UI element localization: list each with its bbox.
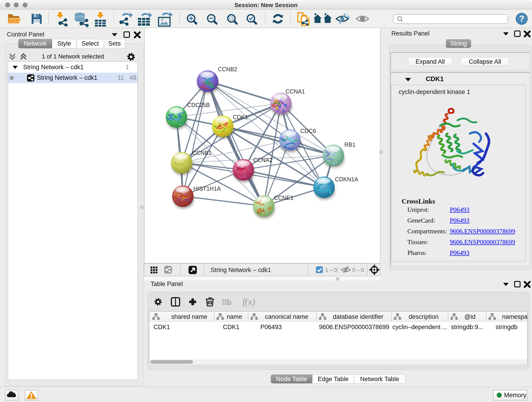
svg-text:namespace: namespace [502, 313, 527, 320]
svg-text:CCNB1: CCNB1 [192, 150, 212, 156]
svg-text:CDC25B: CDC25B [187, 102, 210, 108]
svg-text:CCNA2: CCNA2 [253, 157, 273, 163]
svg-text:f(x): f(x) [242, 297, 255, 307]
svg-text:CCNA1: CCNA1 [285, 88, 305, 95]
svg-text:RB1: RB1 [344, 141, 355, 148]
svg-text:CDKN1A: CDKN1A [335, 176, 358, 182]
svg-text:CDK1: CDK1 [233, 114, 248, 120]
svg-text:@id: @id [464, 313, 475, 320]
svg-text:?: ? [519, 14, 524, 24]
svg-text:name: name [227, 313, 242, 320]
svg-text:CCNE1: CCNE1 [274, 195, 293, 201]
svg-text:String Network – cdk1: String Network – cdk1 [210, 267, 271, 274]
svg-text:canonical name: canonical name [265, 313, 308, 320]
svg-text:CCNB2: CCNB2 [218, 66, 237, 72]
svg-text:1 – 0: 1 – 0 [325, 267, 337, 273]
svg-text:CDC6: CDC6 [300, 128, 316, 134]
svg-text:0 – 0: 0 – 0 [352, 267, 364, 273]
svg-text:description: description [409, 313, 439, 320]
svg-text:database identifier: database identifier [333, 313, 384, 320]
svg-text:HIST1H1A: HIST1H1A [193, 185, 221, 192]
svg-text:shared name: shared name [171, 313, 207, 320]
